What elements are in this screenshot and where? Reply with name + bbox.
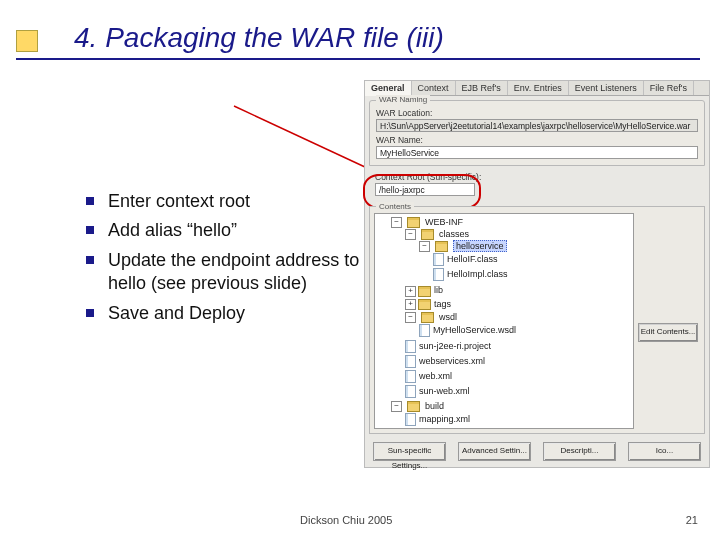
tree-label: MyHelloService.wsdl bbox=[433, 325, 516, 335]
ico-button[interactable]: Ico... bbox=[628, 442, 701, 461]
tree-label: lib bbox=[434, 285, 443, 295]
war-naming-group: WAR Naming WAR Location: H:\Sun\AppServe… bbox=[369, 100, 705, 166]
war-name-field[interactable]: MyHelloService bbox=[376, 146, 698, 159]
tab-event-listeners[interactable]: Event Listeners bbox=[569, 81, 644, 95]
embedded-screenshot: General Context EJB Ref's Env. Entries E… bbox=[364, 80, 710, 468]
tab-ejb-refs[interactable]: EJB Ref's bbox=[456, 81, 508, 95]
folder-icon bbox=[421, 312, 434, 323]
tree-node-build[interactable]: − build mapping.xml bbox=[391, 400, 631, 428]
tree-leaf[interactable]: HelloIF.class bbox=[433, 252, 631, 267]
folder-icon bbox=[418, 286, 431, 297]
tree-leaf[interactable]: MyHelloService.wsdl bbox=[419, 323, 631, 338]
tree-node[interactable]: − classes − helloservice HelloIF.class bbox=[405, 228, 631, 284]
file-icon bbox=[405, 340, 416, 353]
file-icon bbox=[405, 413, 416, 426]
context-root-field[interactable]: /hello-jaxrpc bbox=[375, 183, 475, 196]
edit-contents-button[interactable]: Edit Contents... bbox=[638, 323, 698, 342]
contents-group: Contents − WEB-INF − classes − bbox=[369, 206, 705, 434]
svg-line-0 bbox=[234, 106, 380, 174]
expand-icon[interactable]: − bbox=[419, 241, 430, 252]
tree-label: HelloIF.class bbox=[447, 254, 498, 264]
tab-context[interactable]: Context bbox=[412, 81, 456, 95]
folder-icon bbox=[407, 401, 420, 412]
file-icon bbox=[433, 253, 444, 266]
file-icon bbox=[405, 355, 416, 368]
tree-label: WEB-INF bbox=[425, 217, 463, 227]
bullet-list: Enter context root Add alias “hello” Upd… bbox=[44, 190, 374, 331]
tree-leaf[interactable]: sun-web.xml bbox=[405, 384, 631, 399]
bullet-item: Enter context root bbox=[84, 190, 374, 213]
tree-leaf[interactable]: HelloImpl.class bbox=[433, 267, 631, 282]
contents-group-label: Contents bbox=[376, 202, 414, 211]
title-underline bbox=[16, 58, 700, 60]
folder-icon bbox=[407, 217, 420, 228]
sun-specific-button[interactable]: Sun-specific Settings... bbox=[373, 442, 446, 461]
tab-general[interactable]: General bbox=[365, 81, 412, 96]
expand-icon[interactable]: − bbox=[391, 217, 402, 228]
expand-icon[interactable]: + bbox=[405, 286, 416, 297]
tree-leaf[interactable]: webservices.xml bbox=[405, 354, 631, 369]
tree-label: mapping.xml bbox=[419, 414, 470, 424]
tree-node-web-inf[interactable]: − WEB-INF − classes − hel bbox=[391, 216, 631, 400]
folder-icon bbox=[418, 299, 431, 310]
folder-icon bbox=[435, 241, 448, 252]
file-icon bbox=[405, 385, 416, 398]
descripti-button[interactable]: Descripti... bbox=[543, 442, 616, 461]
tree-leaf[interactable]: mapping.xml bbox=[405, 412, 631, 427]
bottom-button-bar: Sun-specific Settings... Advanced Settin… bbox=[365, 438, 709, 467]
tree-label: sun-j2ee-ri.project bbox=[419, 341, 491, 351]
expand-icon[interactable]: − bbox=[391, 401, 402, 412]
file-icon bbox=[419, 324, 430, 337]
tab-strip: General Context EJB Ref's Env. Entries E… bbox=[365, 81, 709, 96]
war-location-label: WAR Location: bbox=[376, 108, 698, 118]
bullet-item: Add alias “hello” bbox=[84, 219, 374, 242]
tree-label: web.xml bbox=[419, 371, 452, 381]
advanced-settin-button[interactable]: Advanced Settin... bbox=[458, 442, 531, 461]
expand-icon[interactable]: + bbox=[405, 299, 416, 310]
slide-title: 4. Packaging the WAR file (iii) bbox=[74, 22, 444, 54]
expand-icon[interactable]: − bbox=[405, 229, 416, 240]
tree-label: webservices.xml bbox=[419, 356, 485, 366]
bullet-item: Save and Deploy bbox=[84, 302, 374, 325]
tree-label: build bbox=[425, 401, 444, 411]
bullet-item: Update the endpoint address to hello (se… bbox=[84, 249, 374, 296]
tree-label: sun-web.xml bbox=[419, 386, 470, 396]
tab-env-entries[interactable]: Env. Entries bbox=[508, 81, 569, 95]
context-root-area: Context Root (Sun-specific): /hello-jaxr… bbox=[369, 170, 705, 202]
tree-label: HelloImpl.class bbox=[447, 269, 508, 279]
tree-node[interactable]: +tags bbox=[405, 298, 631, 311]
context-root-label: Context Root (Sun-specific): bbox=[375, 172, 699, 182]
tree-leaf[interactable]: sun-j2ee-ri.project bbox=[405, 339, 631, 354]
tree-node[interactable]: − wsdl MyHelloService.wsdl bbox=[405, 311, 631, 339]
tree-leaf[interactable]: web.xml bbox=[405, 369, 631, 384]
folder-icon bbox=[421, 229, 434, 240]
file-icon bbox=[405, 370, 416, 383]
tree-node[interactable]: − helloservice HelloIF.class HelloImpl.c… bbox=[419, 240, 631, 283]
title-accent-square bbox=[16, 30, 38, 52]
war-naming-label: WAR Naming bbox=[376, 95, 430, 104]
contents-tree[interactable]: − WEB-INF − classes − hel bbox=[374, 213, 634, 429]
tab-file-refs[interactable]: File Ref's bbox=[644, 81, 694, 95]
footer-page: 21 bbox=[686, 514, 698, 526]
war-location-field[interactable]: H:\Sun\AppServer\j2eetutorial14\examples… bbox=[376, 119, 698, 132]
footer-author: Dickson Chiu 2005 bbox=[300, 514, 392, 526]
war-name-label: WAR Name: bbox=[376, 135, 698, 145]
tree-label: helloservice bbox=[453, 240, 507, 252]
file-icon bbox=[433, 268, 444, 281]
expand-icon[interactable]: − bbox=[405, 312, 416, 323]
tree-label: classes bbox=[439, 229, 469, 239]
tree-node[interactable]: +lib bbox=[405, 284, 631, 297]
tree-label: wsdl bbox=[439, 312, 457, 322]
tree-label: tags bbox=[434, 299, 451, 309]
